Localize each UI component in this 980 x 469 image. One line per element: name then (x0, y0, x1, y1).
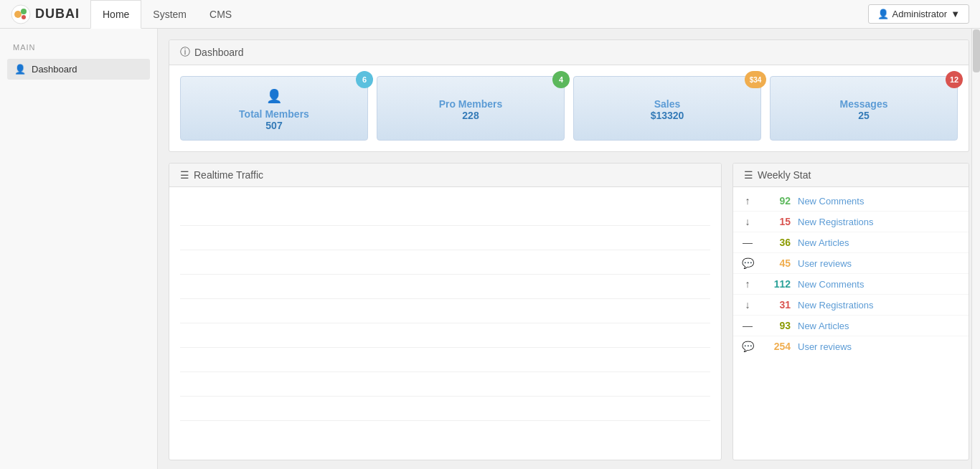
stat-total-members: 6 👤 Total Members 507 (180, 76, 368, 141)
nav-cms[interactable]: CMS (198, 0, 243, 28)
weekly-row-5: ↓ 31 New Registrations (733, 295, 969, 316)
traffic-line-4 (180, 275, 710, 299)
badge-pro-members: 4 (552, 71, 570, 88)
weekly-num-5: 31 (762, 299, 791, 311)
down-icon-1: ↓ (740, 216, 755, 227)
weekly-row-6: — 93 New Articles (733, 316, 969, 336)
weekly-num-0: 92 (762, 195, 791, 207)
messages-value: 25 (858, 110, 870, 121)
weekly-label-2[interactable]: New Articles (798, 237, 849, 248)
weekly-num-6: 93 (762, 320, 791, 331)
traffic-line-8 (180, 372, 710, 397)
nav-system[interactable]: System (141, 0, 198, 28)
svg-point-2 (21, 9, 27, 14)
stat-pro-members: 4 Pro Members 228 (377, 76, 565, 141)
navbar: Dubai Home System CMS 👤 Administrator ▼ (0, 0, 980, 29)
brand-logo (11, 4, 31, 24)
weekly-row-2: — 36 New Articles (733, 232, 969, 253)
up-icon-4: ↑ (740, 278, 755, 290)
weekly-label-4[interactable]: New Comments (798, 279, 864, 290)
chat-icon-7: 💬 (740, 341, 755, 352)
traffic-line-1 (180, 202, 710, 226)
messages-title: Messages (840, 98, 888, 110)
stat-messages: 12 Messages 25 (770, 76, 958, 141)
brand: Dubai (0, 4, 90, 24)
info-icon: ⓘ (180, 46, 190, 59)
traffic-line-10 (180, 421, 710, 445)
badge-total-members: 6 (356, 71, 373, 88)
nav-home[interactable]: Home (90, 0, 141, 29)
sidebar: MAIN 👤 Dashboard (0, 29, 158, 469)
badge-sales: $34 (745, 71, 766, 88)
weekly-num-7: 254 (762, 341, 791, 352)
weekly-label-3[interactable]: User reviews (798, 258, 852, 269)
weekly-row-1: ↓ 15 New Registrations (733, 212, 969, 232)
admin-button[interactable]: 👤 Administrator ▼ (868, 4, 969, 24)
nav-right: 👤 Administrator ▼ (868, 4, 980, 24)
weekly-num-4: 112 (762, 278, 791, 290)
dash-icon-6: — (740, 320, 755, 331)
dashboard-heading: ⓘ Dashboard (169, 40, 969, 65)
dashboard-body: 6 👤 Total Members 507 4 Pro Members 228 … (169, 65, 969, 151)
weekly-label-5[interactable]: New Registrations (798, 300, 874, 311)
weekly-row-0: ↑ 92 New Comments (733, 191, 969, 212)
weekly-label-1[interactable]: New Registrations (798, 217, 874, 227)
members-icon: 👤 (266, 88, 282, 104)
stats-row: 6 👤 Total Members 507 4 Pro Members 228 … (180, 76, 958, 141)
weekly-num-1: 15 (762, 216, 791, 227)
weekly-row-3: 💬 45 User reviews (733, 253, 969, 274)
badge-messages: 12 (946, 71, 963, 88)
traffic-body (169, 187, 721, 460)
pro-members-title: Pro Members (439, 98, 503, 110)
admin-label: Administrator (892, 9, 948, 19)
weekly-label-6[interactable]: New Articles (798, 321, 849, 331)
traffic-panel: ☰ Realtime Traffic (169, 163, 722, 460)
weekly-num-2: 36 (762, 237, 791, 248)
weekly-panel: ☰ Weekly Stat ↑ 92 New Comments ↓ 15 New… (732, 163, 969, 460)
svg-point-3 (22, 15, 26, 19)
scrollbar-thumb[interactable] (973, 29, 980, 72)
main-layout: MAIN 👤 Dashboard ⓘ Dashboard 6 👤 Total M… (0, 29, 980, 469)
traffic-line-3 (180, 250, 710, 275)
sidebar-section-label: MAIN (7, 39, 150, 55)
dash-icon-2: — (740, 237, 755, 248)
sidebar-item-label: Dashboard (32, 64, 77, 75)
nav-items: Home System CMS (90, 0, 243, 28)
traffic-line-5 (180, 299, 710, 323)
weekly-list: ↑ 92 New Comments ↓ 15 New Registrations… (733, 187, 969, 360)
admin-person-icon: 👤 (877, 9, 889, 19)
traffic-heading: ☰ Realtime Traffic (169, 164, 721, 187)
weekly-list-icon: ☰ (744, 169, 753, 181)
traffic-line-7 (180, 348, 710, 372)
bottom-row: ☰ Realtime Traffic (169, 163, 969, 469)
weekly-row-7: 💬 254 User reviews (733, 336, 969, 356)
dashboard-title: Dashboard (194, 47, 244, 58)
admin-caret-icon: ▼ (951, 9, 960, 19)
weekly-label-0[interactable]: New Comments (798, 196, 864, 207)
person-icon: 👤 (14, 64, 26, 75)
list-icon: ☰ (180, 169, 189, 181)
sales-title: Sales (654, 98, 681, 110)
sales-value: $13320 (651, 110, 684, 121)
weekly-num-3: 45 (762, 257, 791, 269)
up-icon-0: ↑ (740, 195, 755, 207)
weekly-label-7[interactable]: User reviews (798, 341, 852, 352)
traffic-line-2 (180, 226, 710, 250)
total-members-value: 507 (265, 120, 282, 131)
weekly-row-4: ↑ 112 New Comments (733, 274, 969, 295)
chat-icon-3: 💬 (740, 257, 755, 269)
scrollbar-track[interactable] (971, 29, 980, 469)
pro-members-value: 228 (462, 110, 479, 121)
sidebar-item-dashboard[interactable]: 👤 Dashboard (7, 59, 150, 80)
total-members-title: Total Members (239, 108, 309, 120)
traffic-lines (180, 198, 710, 449)
weekly-title: Weekly Stat (758, 169, 811, 181)
weekly-heading: ☰ Weekly Stat (733, 164, 969, 187)
main-content: ⓘ Dashboard 6 👤 Total Members 507 4 Pro (158, 29, 980, 469)
svg-point-1 (14, 11, 22, 18)
traffic-line-6 (180, 323, 710, 348)
traffic-line-9 (180, 397, 710, 421)
stat-sales: $34 Sales $13320 (573, 76, 761, 141)
brand-name: Dubai (35, 6, 80, 22)
dashboard-panel: ⓘ Dashboard 6 👤 Total Members 507 4 Pro (169, 39, 969, 152)
